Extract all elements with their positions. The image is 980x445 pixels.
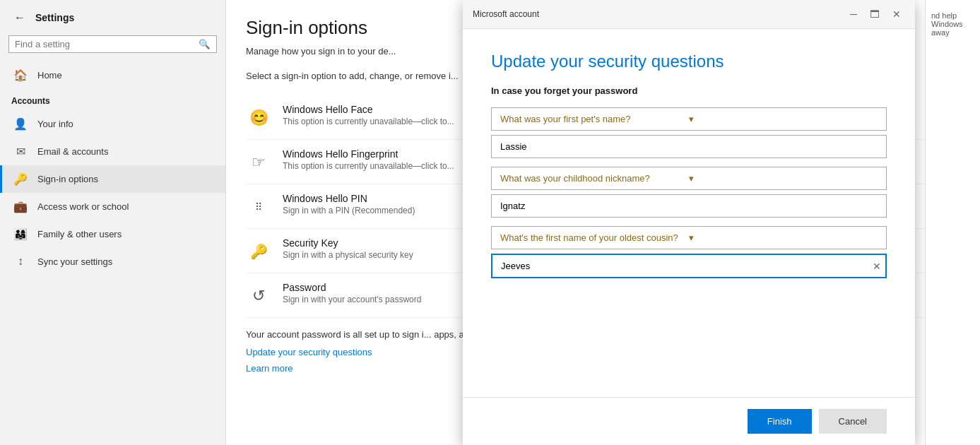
finish-button[interactable]: Finish [748, 409, 812, 434]
sidebar-top: ← Settings [0, 0, 225, 35]
your-info-icon: 👤 [13, 117, 28, 131]
question-2-label: What was your childhood nickname? [500, 173, 689, 184]
windows-hello-face-icon: 😊 [246, 105, 271, 131]
security-key-icon: 🔑 [246, 239, 271, 264]
windows-hello-face-name: Windows Hello Face [283, 104, 454, 115]
microsoft-account-dialog: Microsoft account ─ 🗖 ✕ Update your secu… [463, 0, 915, 445]
windows-hello-fingerprint-desc: This option is currently unavailable—cli… [283, 161, 454, 171]
cancel-button[interactable]: Cancel [819, 409, 887, 434]
sync-settings-icon: ↕ [13, 255, 28, 268]
security-question-2: What was your childhood nickname? ▾ [491, 167, 887, 218]
dialog-footer: Finish Cancel [463, 397, 915, 445]
access-work-icon: 💼 [13, 200, 28, 213]
sidebar-item-sync-settings[interactable]: ↕ Sync your settings [0, 248, 225, 275]
answer-1-input[interactable] [491, 135, 887, 158]
sidebar-item-access-work[interactable]: 💼 Access work or school [0, 193, 225, 220]
dialog-body: Update your security questions In case y… [463, 29, 915, 397]
windows-hello-fingerprint-name: Windows Hello Fingerprint [283, 148, 454, 160]
answer-3-input[interactable] [491, 254, 887, 278]
security-question-3: What's the first name of your oldest cou… [491, 226, 887, 278]
dialog-titlebar-controls: ─ 🗖 ✕ [846, 7, 905, 21]
security-question-1: What was your first pet's name? ▾ [491, 107, 887, 158]
password-desc: Sign in with your account's password [283, 295, 421, 304]
sidebar-item-sync-settings-label: Sync your settings [37, 256, 112, 267]
sidebar-item-signin-options[interactable]: 🔑 Sign-in options [0, 165, 225, 193]
dialog-close-button[interactable]: ✕ [888, 7, 905, 21]
chevron-down-icon-1: ▾ [689, 114, 878, 124]
answer-3-wrapper: ✕ [491, 254, 887, 278]
password-icon: ↺ [246, 283, 271, 309]
sidebar-title: Settings [35, 12, 74, 23]
password-name: Password [283, 282, 421, 293]
security-key-desc: Sign in with a physical security key [283, 250, 413, 260]
dialog-minimize-button[interactable]: ─ [846, 7, 861, 21]
question-1-dropdown[interactable]: What was your first pet's name? ▾ [491, 107, 887, 131]
home-icon: 🏠 [13, 69, 28, 82]
question-1-label: What was your first pet's name? [500, 114, 689, 124]
security-key-name: Security Key [283, 237, 413, 249]
sidebar-item-email-accounts-label: Email & accounts [37, 146, 108, 157]
search-icon-button[interactable]: 🔍 [199, 39, 211, 49]
windows-hello-pin-desc: Sign in with a PIN (Recommended) [283, 206, 415, 215]
chevron-down-icon-2: ▾ [689, 173, 878, 184]
right-partial-strip: nd help Windows away [925, 0, 980, 445]
answer-2-input[interactable] [491, 194, 887, 218]
right-partial-line-3: away [931, 28, 974, 37]
question-3-dropdown[interactable]: What's the first name of your oldest cou… [491, 226, 887, 249]
dialog-maximize-button[interactable]: 🗖 [866, 7, 884, 21]
sidebar-item-home-label: Home [37, 70, 62, 81]
dialog-titlebar: Microsoft account ─ 🗖 ✕ [463, 0, 915, 29]
windows-hello-pin-name: Windows Hello PIN [283, 193, 415, 204]
dialog-title: Microsoft account [473, 9, 539, 19]
windows-hello-face-desc: This option is currently unavailable—cli… [283, 117, 454, 126]
email-accounts-icon: ✉ [13, 145, 28, 158]
section-label-accounts: Accounts [0, 89, 225, 110]
sidebar-item-access-work-label: Access work or school [37, 201, 129, 212]
dialog-subheading: In case you forget your password [491, 85, 887, 96]
back-button[interactable]: ← [11, 8, 28, 27]
sidebar-item-your-info[interactable]: 👤 Your info [0, 110, 225, 138]
sidebar-item-family-users-label: Family & other users [37, 229, 122, 239]
family-users-icon: 👨‍👩‍👧 [13, 227, 28, 241]
chevron-down-icon-3: ▾ [689, 232, 878, 243]
sidebar-item-family-users[interactable]: 👨‍👩‍👧 Family & other users [0, 220, 225, 248]
question-3-label: What's the first name of your oldest cou… [500, 232, 689, 243]
search-bar: 🔍 [8, 35, 217, 53]
sidebar-item-home[interactable]: 🏠 Home [0, 61, 225, 89]
windows-hello-pin-icon: ⠿ [246, 194, 271, 220]
right-partial-line-1: nd help [931, 11, 974, 20]
signin-icon: 🔑 [13, 172, 28, 186]
windows-hello-fingerprint-icon: ☞ [246, 150, 271, 175]
sidebar: ← Settings 🔍 🏠 Home Accounts 👤 Your info… [0, 0, 226, 445]
right-partial-line-2: Windows [931, 20, 974, 28]
dialog-heading: Update your security questions [491, 52, 887, 71]
sidebar-item-signin-options-label: Sign-in options [37, 174, 98, 184]
question-2-dropdown[interactable]: What was your childhood nickname? ▾ [491, 167, 887, 190]
sidebar-item-email-accounts[interactable]: ✉ Email & accounts [0, 138, 225, 165]
answer-3-clear-button[interactable]: ✕ [873, 261, 881, 272]
sidebar-item-your-info-label: Your info [37, 119, 73, 129]
search-input[interactable] [15, 39, 199, 49]
